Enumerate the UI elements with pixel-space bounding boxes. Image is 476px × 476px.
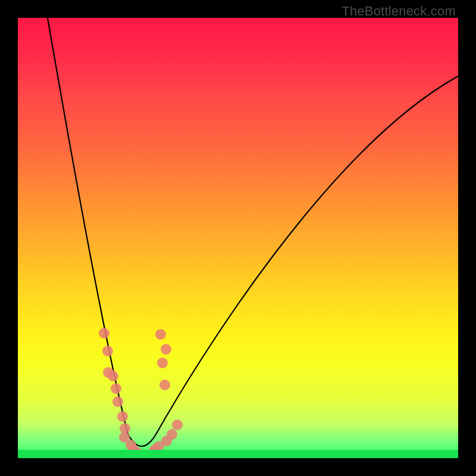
- svg-point-19: [161, 436, 172, 446]
- svg-point-22: [161, 344, 171, 355]
- svg-point-4: [111, 383, 121, 394]
- plot-area: [18, 18, 458, 458]
- svg-point-23: [155, 329, 166, 340]
- svg-point-21: [157, 358, 168, 368]
- svg-point-1: [102, 346, 113, 356]
- svg-point-6: [117, 411, 128, 422]
- curve-svg: [18, 18, 458, 458]
- baseline-green-band: [18, 450, 458, 458]
- svg-point-5: [112, 396, 123, 407]
- svg-point-18: [172, 419, 183, 430]
- svg-point-0: [99, 328, 109, 339]
- bottleneck-curve: [48, 18, 458, 446]
- data-dots: [99, 328, 183, 458]
- watermark-text: TheBottleneck.com: [342, 4, 456, 19]
- svg-point-20: [159, 380, 170, 390]
- svg-point-3: [108, 371, 118, 381]
